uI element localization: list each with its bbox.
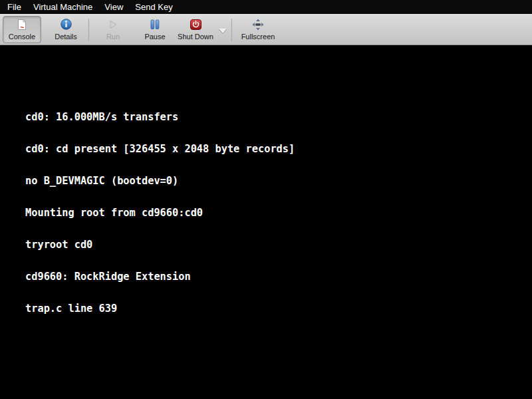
toolbar-separator [88,19,89,41]
console-line: no B_DEVMAGIC (bootdev=0) [25,176,417,186]
console-button-label: Console [9,33,35,41]
run-button[interactable]: Run [91,16,135,43]
console-line: Mounting root from cd9660:cd0 [25,207,417,218]
shut-down-button-label: Shut Down [178,33,213,41]
console-line: tryroot cd0 [25,239,417,250]
console-document-icon [17,18,27,31]
vm-viewer-window: File Virtual Machine View Send Key Conso… [0,0,532,399]
toolbar: Console Details [0,14,532,45]
chevron-down-icon [219,29,227,33]
console-line [25,335,417,346]
pause-button-label: Pause [144,33,165,41]
play-icon [108,18,118,31]
toolbar-separator [231,19,232,41]
run-button-label: Run [106,33,120,41]
fullscreen-arrows-icon [252,18,264,31]
pause-icon [150,18,160,31]
console-line: cd0: cd present [326455 x 2048 byte reco… [25,144,417,154]
console-line: cd0: 16.000MB/s transfers [25,112,417,122]
menu-item-view[interactable]: View [98,0,129,14]
menu-item-file[interactable]: File [1,0,27,14]
info-icon [61,18,72,31]
details-button[interactable]: Details [45,16,86,43]
menu-item-virtual-machine[interactable]: Virtual Machine [27,0,98,14]
shut-down-button[interactable]: Shut Down [175,16,216,43]
pause-button[interactable]: Pause [136,16,174,43]
power-icon [190,18,201,31]
fullscreen-button-label: Fullscreen [241,33,275,41]
console-button[interactable]: Console [3,16,41,43]
console-line: cd9660: RockRidge Extension [25,271,417,282]
vm-console-screen[interactable]: cd0: 16.000MB/s transfers cd0: cd presen… [0,45,532,399]
console-line [25,367,417,378]
console-output: cd0: 16.000MB/s transfers cd0: cd presen… [25,90,417,399]
fullscreen-button[interactable]: Fullscreen [234,16,282,43]
details-button-label: Details [55,33,77,41]
console-line: trap.c line 639 [25,303,417,314]
menu-bar: File Virtual Machine View Send Key [0,0,532,14]
menu-item-send-key[interactable]: Send Key [129,0,178,14]
shut-down-dropdown-toggle[interactable] [216,16,229,43]
